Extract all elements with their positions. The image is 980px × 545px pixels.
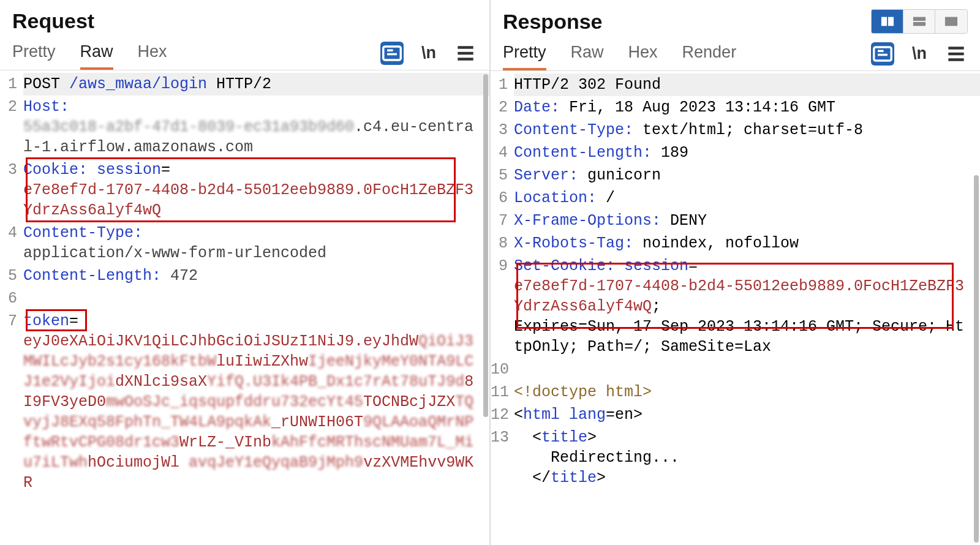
code-line[interactable]: 4 Content-Type:application/x-www-form-ur… (0, 222, 489, 265)
code-line[interactable]: 2 Host:55a3c018-a2bf-47d1-8039-ec31a93b9… (0, 96, 489, 159)
response-content: 1 HTTP/2 302 Found 2 Date: Fri, 18 Aug 2… (491, 71, 980, 545)
code-line[interactable]: 7 token=eyJ0eXAiOiJKV1QiLCJhbGciOiJSUzI1… (0, 310, 489, 494)
svg-rect-1 (881, 17, 886, 26)
layout-single-icon[interactable] (935, 10, 967, 33)
date-header: Date: (514, 99, 560, 116)
request-content: 1 POST /aws_mwaa/login HTTP/2 2 Host:55a… (0, 70, 489, 545)
actions-icon[interactable] (871, 42, 894, 66)
scrollbar-thumb[interactable] (483, 74, 488, 417)
host-header: Host: (23, 98, 69, 116)
code-line[interactable]: 2 Date: Fri, 18 Aug 2023 13:14:16 GMT (491, 96, 980, 119)
setcookie-session-value: e7e8ef7d-1707-4408-b2d4-55012eeb9889.0Fo… (514, 277, 964, 315)
response-tabs: Pretty Raw Hex Render (503, 37, 736, 70)
request-title: Request (12, 9, 94, 33)
content-type-header: Content-Type: (23, 224, 143, 242)
tab-render[interactable]: Render (682, 37, 737, 70)
scrollbar-thumb[interactable] (974, 175, 979, 543)
doctype: <!doctype html> (514, 383, 652, 401)
code-line[interactable]: 11 <!doctype html> (491, 381, 980, 404)
code-line[interactable]: 9 Set-Cookie: session=e7e8ef7d-1707-4408… (491, 255, 980, 358)
code-line[interactable]: 6 Location: / (491, 187, 980, 209)
tab-raw[interactable]: Raw (571, 37, 604, 70)
code-line[interactable]: 1 POST /aws_mwaa/login HTTP/2 (0, 73, 489, 96)
tab-hex[interactable]: Hex (138, 36, 167, 70)
code-line[interactable]: 12 <html lang=en> (491, 404, 980, 426)
location-header: Location: (514, 189, 597, 207)
server-header: Server: (514, 167, 578, 184)
svg-rect-4 (913, 22, 925, 26)
svg-rect-5 (945, 17, 957, 26)
request-panel: Request Pretty Raw Hex \n (0, 0, 491, 545)
response-tabs-row: Pretty Raw Hex Render \n (491, 37, 980, 71)
response-toolbar: \n (871, 42, 968, 66)
code-line[interactable]: 4 Content-Length: 189 (491, 141, 980, 164)
content-length-header: Content-Length: (23, 267, 161, 285)
code-line[interactable]: 5 Content-Length: 472 (0, 265, 489, 287)
code-line[interactable]: 6 (0, 287, 489, 310)
layout-columns-icon[interactable] (872, 10, 903, 33)
token-param: token (23, 312, 69, 330)
response-title: Response (503, 10, 603, 34)
hamburger-icon[interactable] (454, 42, 477, 65)
split-container: Request Pretty Raw Hex \n (0, 0, 980, 545)
content-length-header: Content-Length: (514, 144, 652, 162)
tab-pretty[interactable]: Pretty (503, 37, 546, 70)
hamburger-icon[interactable] (944, 42, 968, 66)
code-line[interactable]: 8 X-Robots-Tag: noindex, nofollow (491, 232, 980, 255)
xrobots-header: X-Robots-Tag: (514, 235, 633, 252)
status-line: HTTP/2 302 Found (514, 76, 661, 94)
code-line[interactable]: 1 HTTP/2 302 Found (491, 73, 980, 96)
code-line[interactable]: 3 Cookie: session=e7e8ef7d-1707-4408-b2d… (0, 159, 489, 222)
svg-rect-2 (888, 17, 893, 26)
tab-pretty[interactable]: Pretty (12, 36, 56, 70)
http-method: POST (23, 75, 60, 93)
code-line[interactable]: 10 (491, 358, 980, 381)
response-header: Response (491, 0, 980, 37)
code-line[interactable]: 7 X-Frame-Options: DENY (491, 209, 980, 232)
cookie-header: Cookie: (23, 161, 97, 179)
request-toolbar: \n (380, 42, 477, 65)
title-text: Redirecting... (551, 449, 679, 467)
response-panel: Response Pretty Raw Hex Render (491, 0, 980, 545)
wrap-lines-icon[interactable]: \n (908, 42, 931, 66)
code-line[interactable]: 13 <title> Redirecting... </title> (491, 426, 980, 489)
wrap-lines-icon[interactable]: \n (417, 42, 440, 65)
code-line[interactable]: 3 Content-Type: text/html; charset=utf-8 (491, 119, 980, 141)
request-tabs-row: Pretty Raw Hex \n (0, 36, 489, 70)
tab-hex[interactable]: Hex (628, 37, 658, 70)
layout-rows-icon[interactable] (903, 10, 935, 33)
setcookie-header: Set-Cookie: (514, 257, 624, 275)
session-cookie-value: e7e8ef7d-1707-4408-b2d4-55012eeb9889.0Fo… (23, 181, 473, 219)
xframe-header: X-Frame-Options: (514, 212, 661, 230)
svg-rect-3 (913, 17, 925, 21)
request-tabs: Pretty Raw Hex (12, 36, 167, 70)
content-type-header: Content-Type: (514, 121, 633, 139)
request-header: Request (0, 0, 489, 36)
code-line[interactable]: 5 Server: gunicorn (491, 164, 980, 187)
tab-raw[interactable]: Raw (80, 36, 113, 70)
actions-icon[interactable] (380, 42, 404, 65)
layout-toggles (871, 9, 968, 34)
